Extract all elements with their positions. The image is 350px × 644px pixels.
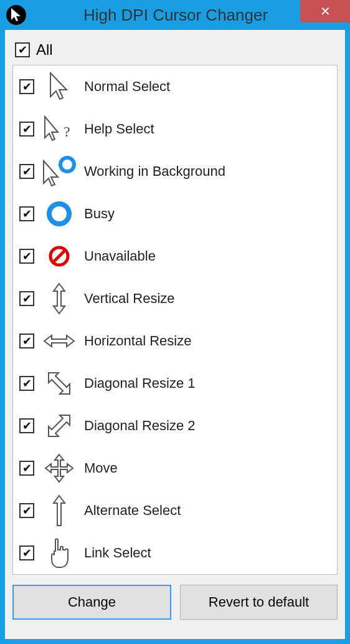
svg-point-1 [60,158,74,171]
button-bar: Change Revert to default [12,585,338,620]
check-icon: ✔ [22,420,32,431]
cursor-row[interactable]: ✔Diagonal Resize 2 [13,405,337,447]
check-icon: ✔ [22,123,32,135]
cursor-label: Diagonal Resize 2 [84,418,196,434]
cursor-row[interactable]: ✔Busy [13,193,337,235]
revert-button-label: Revert to default [209,594,309,610]
cursor-row[interactable]: ✔Move [13,447,337,489]
cursor-row[interactable]: ✔Alternate Select [13,489,337,532]
check-icon: ✔ [22,505,32,516]
cursor-busy-icon [39,198,79,230]
cursor-checkbox[interactable]: ✔ [19,206,34,221]
cursor-label: Busy [84,206,115,222]
cursor-label: Horizontal Resize [84,333,191,349]
window-title: High DPI Cursor Changer [1,6,350,25]
all-checkbox[interactable]: ✔ [15,42,30,57]
check-icon: ✔ [22,166,32,177]
cursor-dresize2-icon [39,410,79,442]
cursor-checkbox[interactable]: ✔ [19,249,34,264]
close-icon: ✕ [320,4,331,19]
cursor-help-icon: ? [39,113,79,145]
check-icon: ✔ [22,251,32,262]
titlebar: High DPI Cursor Changer ✕ [0,0,350,30]
check-icon: ✔ [22,81,32,92]
cursor-checkbox[interactable]: ✔ [19,545,34,560]
cursor-vresize-icon [39,282,79,315]
cursor-normal-icon [39,70,79,103]
cursor-label: Diagonal Resize 1 [84,375,196,392]
cursor-label: Unavailable [84,248,156,264]
cursor-checkbox[interactable]: ✔ [19,503,34,518]
cursor-list: ✔Normal Select✔?Help Select✔Working in B… [12,65,338,575]
cursor-checkbox[interactable]: ✔ [19,334,34,348]
cursor-row[interactable]: ✔Vertical Resize [13,277,337,320]
cursor-row[interactable]: ✔Normal Select [13,65,337,108]
svg-text:?: ? [64,123,70,140]
check-icon: ✔ [22,335,32,347]
cursor-dresize1-icon [39,367,79,400]
all-label: All [36,41,53,59]
cursor-label: Move [84,460,118,476]
cursor-checkbox[interactable]: ✔ [19,461,34,476]
cursor-alt-icon [39,494,79,527]
cursor-checkbox[interactable]: ✔ [19,376,34,391]
cursor-label: Link Select [84,545,151,561]
cursor-row[interactable]: ✔Unavailable [13,235,337,277]
check-icon: ✔ [22,208,32,219]
cursor-checkbox[interactable]: ✔ [19,122,34,137]
cursor-checkbox[interactable]: ✔ [19,418,34,433]
svg-point-2 [49,204,69,224]
cursor-checkbox[interactable]: ✔ [19,291,34,306]
client-area: ✔ All ✔Normal Select✔?Help Select✔Workin… [5,30,345,639]
cursor-row[interactable]: ✔Working in Background [13,150,337,193]
check-icon: ✔ [22,463,32,474]
cursor-row[interactable]: ✔?Help Select [13,108,337,150]
change-button[interactable]: Change [12,585,171,620]
cursor-row[interactable]: ✔Diagonal Resize 1 [13,362,337,405]
cursor-row[interactable]: ✔Link Select [13,532,337,574]
change-button-label: Change [68,594,116,610]
cursor-unavailable-icon [39,240,79,272]
cursor-link-icon [39,537,79,569]
close-button[interactable]: ✕ [300,0,350,22]
app-icon [6,5,26,25]
cursor-label: Working in Background [84,163,225,180]
svg-line-4 [53,250,65,262]
check-icon: ✔ [22,547,32,559]
cursor-checkbox[interactable]: ✔ [19,164,34,179]
cursor-checkbox[interactable]: ✔ [19,79,34,94]
cursor-label: Vertical Resize [84,291,175,307]
cursor-label: Normal Select [84,79,170,95]
check-icon: ✔ [22,378,32,389]
check-icon: ✔ [18,44,27,55]
cursor-move-icon [39,452,79,484]
cursor-row[interactable]: ✔Horizontal Resize [13,320,337,362]
check-icon: ✔ [22,293,32,304]
all-row: ✔ All [12,37,338,65]
cursor-label: Help Select [84,121,154,137]
cursor-working-icon [39,155,79,188]
cursor-label: Alternate Select [84,502,181,519]
revert-button[interactable]: Revert to default [180,585,338,620]
cursor-hresize-icon [39,325,79,357]
